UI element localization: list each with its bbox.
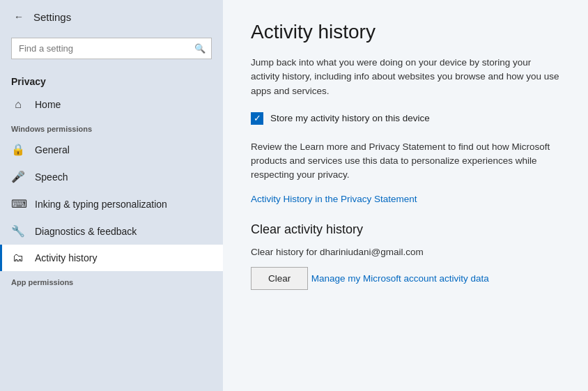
search-icon: 🔍 bbox=[194, 43, 206, 54]
keyboard-icon: ⌨ bbox=[11, 197, 25, 210]
sidebar-item-activity[interactable]: 🗂 Activity history bbox=[0, 245, 223, 271]
mic-icon: 🎤 bbox=[11, 170, 25, 183]
main-content: Activity history Jump back into what you… bbox=[223, 0, 588, 391]
checkbox-label: Store my activity history on this device bbox=[270, 113, 430, 123]
checkbox-row[interactable]: ✓ Store my activity history on this devi… bbox=[251, 112, 560, 125]
search-input[interactable] bbox=[12, 38, 211, 59]
home-icon: ⌂ bbox=[11, 98, 25, 111]
sidebar-general-label: General bbox=[35, 144, 70, 155]
sidebar-header: ← Settings bbox=[0, 0, 223, 33]
sidebar-diagnostics-label: Diagnostics & feedback bbox=[35, 226, 137, 237]
sidebar-item-inking[interactable]: ⌨ Inking & typing personalization bbox=[0, 190, 223, 217]
sidebar-activity-label: Activity history bbox=[35, 252, 97, 263]
activity-icon: 🗂 bbox=[11, 252, 25, 264]
sidebar-item-diagnostics[interactable]: 🔧 Diagnostics & feedback bbox=[0, 217, 223, 245]
checkmark-icon: ✓ bbox=[254, 114, 261, 123]
windows-permissions-label: Windows permissions bbox=[0, 118, 223, 136]
lock-icon: 🔒 bbox=[11, 143, 25, 156]
search-box[interactable]: 🔍 bbox=[11, 38, 212, 59]
clear-section-title: Clear activity history bbox=[251, 222, 560, 237]
privacy-label: Privacy bbox=[0, 68, 223, 91]
wrench-icon: 🔧 bbox=[11, 224, 25, 238]
sidebar-inking-label: Inking & typing personalization bbox=[35, 199, 167, 210]
clear-description: Clear history for dhariniudani@gmail.com bbox=[251, 247, 560, 257]
sidebar-speech-label: Speech bbox=[35, 171, 68, 183]
review-text: Review the Learn more and Privacy Statem… bbox=[251, 140, 560, 183]
back-button[interactable]: ← bbox=[11, 8, 26, 25]
sidebar-title: Settings bbox=[33, 11, 71, 23]
sidebar-item-general[interactable]: 🔒 General bbox=[0, 136, 223, 163]
store-history-checkbox[interactable]: ✓ bbox=[251, 112, 263, 125]
sidebar: ← Settings 🔍 Privacy ⌂ Home Windows perm… bbox=[0, 0, 223, 391]
page-title: Activity history bbox=[251, 21, 560, 43]
app-permissions-label: App permissions bbox=[0, 271, 223, 289]
sidebar-item-speech[interactable]: 🎤 Speech bbox=[0, 163, 223, 190]
sidebar-item-home[interactable]: ⌂ Home bbox=[0, 91, 223, 118]
privacy-statement-link[interactable]: Activity History in the Privacy Statemen… bbox=[251, 194, 560, 204]
clear-button[interactable]: Clear bbox=[251, 267, 308, 290]
sidebar-home-label: Home bbox=[35, 99, 61, 110]
description-text: Jump back into what you were doing on yo… bbox=[251, 56, 560, 98]
manage-account-link[interactable]: Manage my Microsoft account activity dat… bbox=[311, 273, 489, 284]
